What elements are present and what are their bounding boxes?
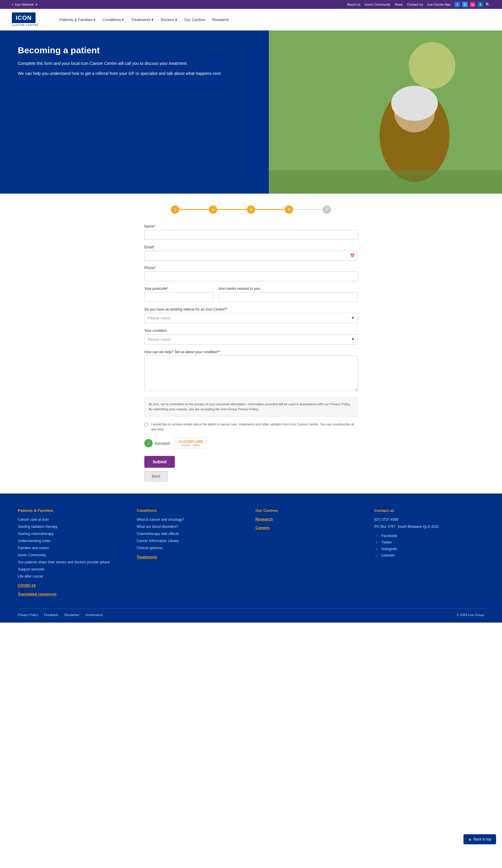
- footer-link-clinical[interactable]: Clinical opinions: [137, 546, 162, 550]
- nav-our-centres[interactable]: Our Centres: [184, 18, 205, 22]
- logo-subtitle: CANCER CENTRE: [12, 24, 39, 27]
- nav-research[interactable]: Research: [212, 18, 229, 22]
- footer-link-chemo-effects[interactable]: Chemotherapy side effects: [137, 532, 179, 536]
- postcode-centre-row: Your postcode* Icon centre nearest to yo…: [144, 287, 358, 307]
- nearest-centre-input[interactable]: [219, 292, 358, 302]
- social-icons-top: f t in li 🔍: [454, 2, 490, 7]
- success-badge: ✓ Success!: [144, 439, 170, 447]
- condition-select[interactable]: Please select Breast Cancer Lung Cancer …: [144, 334, 358, 344]
- privacy-policy-link[interactable]: Privacy Policy: [18, 613, 38, 617]
- facebook-icon-top[interactable]: f: [454, 2, 460, 7]
- referral-select-wrapper: Please select Yes No ▼: [144, 313, 358, 323]
- instagram-icon-top[interactable]: in: [470, 2, 475, 7]
- svg-point-4: [391, 86, 438, 121]
- svg-rect-5: [269, 170, 502, 194]
- step-3: 3: [247, 205, 255, 214]
- footer-facebook-link[interactable]: f Facebook: [374, 534, 484, 538]
- footer-links-patients: Cancer care at Icon Starting radiation t…: [18, 517, 128, 579]
- hero-image: [269, 31, 502, 194]
- hero-title: Becoming a patient: [18, 45, 251, 55]
- hero-section: Becoming a patient Complete this form an…: [0, 31, 502, 194]
- footer: Patients & Families Cancer care at Icon …: [0, 494, 502, 622]
- contact-us-link[interactable]: Contact Us: [407, 3, 423, 6]
- footer-translated-link[interactable]: Translated resources: [18, 592, 128, 596]
- cloudflare-tagline: Privacy · Safety: [182, 444, 200, 447]
- submit-button[interactable]: Submit: [144, 456, 175, 468]
- help-textarea[interactable]: [144, 355, 358, 391]
- footer-link-chemo[interactable]: Starting chemotherapy: [18, 532, 54, 536]
- footer-link-radiation[interactable]: Starting radiation therapy: [18, 525, 58, 529]
- footer-grid: Patients & Families Cancer care at Icon …: [18, 508, 484, 596]
- iconic-community-link[interactable]: Iconic Community: [364, 3, 390, 6]
- cloudflare-badge: CLOUDFLARE Privacy · Safety: [175, 437, 207, 449]
- step-line-2: [217, 209, 247, 210]
- nav-patients-families[interactable]: Patients & Families ▾: [60, 18, 96, 22]
- email-subscribe-checkbox[interactable]: [144, 423, 148, 427]
- doctor-app-link[interactable]: Icon Doctor App: [427, 3, 450, 6]
- nearest-centre-field-group: Icon centre nearest to you: [219, 287, 358, 302]
- footer-link-families[interactable]: Families and carers: [18, 546, 49, 550]
- footer-link-life-after[interactable]: Life after cancer: [18, 574, 43, 578]
- postcode-input[interactable]: [144, 292, 214, 302]
- calendar-icon: 📅: [350, 254, 355, 258]
- top-bar: ▪ Icon Network ▾ About Us Iconic Communi…: [0, 0, 502, 9]
- feedback-link[interactable]: Feedback: [44, 613, 58, 617]
- footer-link-cancer-care[interactable]: Cancer care at Icon: [18, 517, 49, 521]
- cloudflare-logo: CLOUDFLARE: [179, 440, 203, 444]
- main-nav: ICON CANCER CENTRE Patients & Families ▾…: [0, 9, 502, 31]
- email-subscribe-label: I would like to receive emails about the…: [151, 422, 358, 432]
- footer-col-patients: Patients & Families Cancer care at Icon …: [18, 508, 128, 596]
- nav-doctors[interactable]: Doctors ▾: [161, 18, 177, 22]
- footer-research-link[interactable]: Research: [255, 517, 365, 521]
- privacy-text: At Icon, we're committed to the privacy …: [149, 402, 351, 411]
- disclaimer-link[interactable]: Disclaimer: [64, 613, 79, 617]
- footer-instagram-link[interactable]: ● Instagram: [374, 547, 484, 551]
- footer-col-contact: Contact us (07) 3737 4500 PO Box 3787, S…: [374, 508, 484, 596]
- network-icon: ▪: [12, 3, 13, 6]
- footer-copyright: © 2024 Icon Group: [456, 613, 484, 617]
- footer-link-stories[interactable]: Our patients share their stories and doc…: [18, 560, 110, 564]
- footer-col-centres: Our Centres Research Careers: [255, 508, 365, 596]
- governance-link[interactable]: Governance: [86, 613, 103, 617]
- footer-link-cancer-library[interactable]: Cancer Information Library: [137, 539, 179, 543]
- hero-content: Becoming a patient Complete this form an…: [0, 31, 269, 194]
- hero-paragraph1: Complete this form and your local Icon C…: [18, 60, 251, 66]
- footer-twitter-link[interactable]: t Twitter: [374, 540, 484, 545]
- name-field-group: Name*: [144, 224, 358, 240]
- footer-link-support[interactable]: Support services: [18, 567, 44, 571]
- email-input-wrapper: 📅: [144, 251, 358, 260]
- step-4: 4: [285, 205, 293, 214]
- search-icon-top[interactable]: 🔍: [485, 2, 490, 7]
- linkedin-icon-top[interactable]: li: [478, 2, 483, 7]
- success-icon: ✓: [144, 439, 153, 447]
- nav-treatments[interactable]: Treatments ▾: [131, 18, 153, 22]
- footer-treatments-link[interactable]: Treatments: [137, 555, 247, 559]
- footer-link-blood-disorders[interactable]: What are blood disorders?: [137, 525, 178, 529]
- step-check: ✓: [323, 205, 331, 214]
- about-us-link[interactable]: About Us: [347, 3, 360, 6]
- nav-conditions[interactable]: Conditions ▾: [102, 18, 124, 22]
- footer-covid-link[interactable]: COVID-19: [18, 583, 128, 588]
- phone-field-group: Phone*: [144, 266, 358, 281]
- news-link[interactable]: News: [395, 3, 403, 6]
- network-label[interactable]: ▪ Icon Network ▾: [12, 3, 37, 7]
- name-input[interactable]: [144, 230, 358, 240]
- twitter-icon-footer: t: [374, 540, 379, 545]
- referral-select[interactable]: Please select Yes No: [144, 313, 358, 323]
- email-field-group: Email* 📅: [144, 245, 358, 260]
- footer-heading-conditions: Conditions: [137, 508, 247, 513]
- footer-link-iconic[interactable]: Iconic Community: [18, 553, 46, 557]
- email-subscribe-group: I would like to receive emails about the…: [144, 422, 358, 432]
- footer-linkedin-link[interactable]: in LinkedIn: [374, 553, 484, 558]
- step-1: 1: [171, 205, 179, 214]
- footer-link-what-is-cancer[interactable]: What is cancer and oncology?: [137, 517, 184, 521]
- facebook-icon-footer: f: [374, 534, 379, 538]
- logo[interactable]: ICON CANCER CENTRE: [12, 12, 39, 27]
- footer-link-costs[interactable]: Understanding costs: [18, 539, 50, 543]
- back-button[interactable]: Back: [144, 471, 168, 482]
- phone-input[interactable]: [144, 271, 358, 281]
- footer-careers-link[interactable]: Careers: [255, 526, 365, 530]
- twitter-icon-top[interactable]: t: [462, 2, 468, 7]
- email-input[interactable]: [144, 251, 358, 260]
- linkedin-icon-footer: in: [374, 553, 379, 558]
